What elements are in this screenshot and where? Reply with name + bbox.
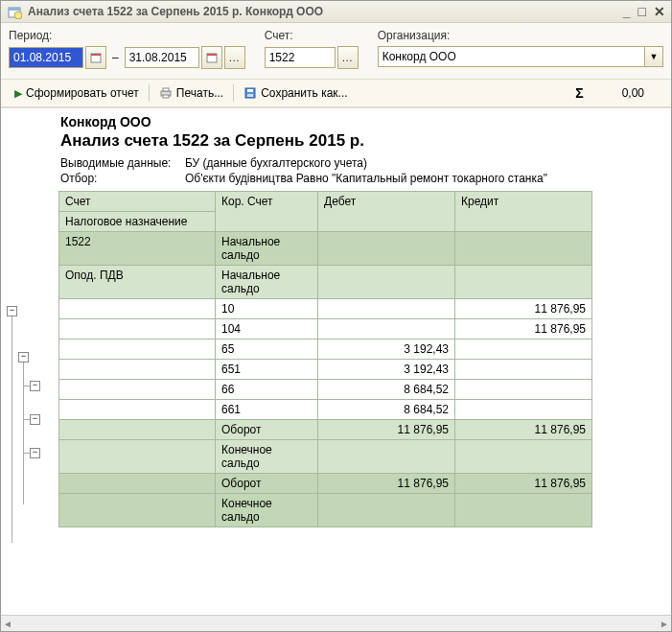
maximize-button[interactable]: □ (638, 4, 646, 19)
cell (318, 266, 455, 299)
col-tax: Налоговое назначение (59, 212, 216, 232)
report-body: Конкорд ООО Анализ счета 1522 за Серпень… (58, 108, 671, 615)
cell-sub-turnover-credit: 11 876,95 (455, 420, 592, 440)
cell (59, 400, 216, 420)
app-icon (7, 4, 22, 19)
sum-value: 0,00 (622, 86, 644, 100)
output-data-value: БУ (данные бухгалтерского учета) (185, 156, 367, 170)
cell (59, 339, 216, 360)
cell-debit: 3 192,43 (318, 360, 455, 380)
report-title: Анализ счета 1522 за Серпень 2015 р. (60, 131, 669, 151)
filter-value: Об'єкти будівництва Равно "Капитальный р… (185, 172, 547, 185)
cell (59, 360, 216, 380)
form-report-button[interactable]: ▶ Сформировать отчет (9, 83, 145, 103)
sum-icon: Σ (575, 85, 583, 101)
outline-toggle[interactable]: − (30, 448, 40, 458)
org-dropdown-icon[interactable]: ▼ (644, 47, 662, 66)
cell-main-acct: 1522 (59, 232, 216, 266)
col-kor: Кор. Счет (216, 192, 318, 232)
cell (455, 266, 592, 299)
cell (318, 440, 455, 474)
svg-rect-6 (207, 54, 217, 56)
svg-point-2 (14, 12, 22, 19)
cell-debit (318, 319, 455, 339)
cell-debit: 8 684,52 (318, 380, 455, 400)
minimize-button[interactable]: _ (623, 4, 631, 19)
outline-toggle[interactable]: − (18, 352, 29, 363)
period-select-button[interactable]: ... (224, 46, 245, 69)
cell-kor: 661 (216, 400, 318, 420)
report-table: Счет Кор. Счет Дебет Кредит Налоговое на… (58, 191, 592, 527)
svg-rect-11 (247, 89, 253, 92)
date-to-input[interactable] (125, 47, 199, 68)
org-label: Организация: (378, 29, 663, 42)
close-button[interactable]: ✕ (654, 4, 665, 19)
cell-sub-endbal-label: Конечное сальдо (216, 440, 318, 474)
report-org: Конкорд ООО (60, 114, 669, 129)
svg-rect-8 (163, 88, 169, 91)
horizontal-scrollbar[interactable]: ◄ ► (1, 615, 671, 631)
cell (455, 494, 592, 527)
cell-main-turnover-label: Оборот (216, 474, 318, 494)
cell (59, 494, 216, 527)
cell (455, 232, 592, 266)
cell-main-endbal-label: Конечное сальдо (216, 494, 318, 527)
cell-main-turnover-debit: 11 876,95 (318, 474, 455, 494)
org-combo[interactable]: ▼ (378, 46, 663, 67)
cell (318, 232, 455, 266)
cell-debit: 3 192,43 (318, 339, 455, 360)
date-from-picker-button[interactable] (85, 46, 106, 69)
col-debit: Дебет (318, 192, 455, 232)
outline-margin: − − − − − (1, 108, 58, 615)
print-button[interactable]: Печать... (153, 83, 229, 103)
cell (318, 494, 455, 527)
play-icon: ▶ (14, 87, 22, 100)
cell (59, 319, 216, 339)
date-range-dash: – (108, 51, 123, 64)
cell-credit (455, 339, 592, 360)
account-input[interactable] (265, 47, 336, 68)
cell-credit: 11 876,95 (455, 299, 592, 319)
cell (59, 299, 216, 319)
svg-rect-12 (247, 94, 253, 97)
svg-rect-9 (163, 95, 169, 98)
cell (59, 474, 216, 494)
cell-credit (455, 380, 592, 400)
titlebar: Анализ счета 1522 за Серпень 2015 р. Кон… (1, 1, 671, 23)
outline-toggle[interactable]: − (30, 381, 40, 391)
save-icon (243, 86, 257, 100)
cell-sub-turnover-debit: 11 876,95 (318, 420, 455, 440)
filter-label: Отбор: (60, 172, 185, 185)
cell-main-turnover-credit: 11 876,95 (455, 474, 592, 494)
scroll-right-icon[interactable]: ► (660, 619, 669, 629)
cell-sub-turnover-label: Оборот (216, 420, 318, 440)
printer-icon (159, 86, 173, 100)
svg-rect-1 (9, 8, 20, 11)
scroll-left-icon[interactable]: ◄ (3, 619, 12, 629)
cell-kor: 65 (216, 339, 318, 360)
cell-credit (455, 360, 592, 380)
cell-credit (455, 400, 592, 420)
cell-start-bal: Начальное сальдо (216, 232, 318, 266)
outline-toggle[interactable]: − (30, 414, 40, 425)
separator (233, 84, 234, 102)
date-to-picker-button[interactable] (201, 46, 222, 69)
cell-debit: 8 684,52 (318, 400, 455, 420)
save-as-button[interactable]: Сохранить как... (238, 83, 353, 103)
cell-debit (318, 299, 455, 319)
outline-toggle[interactable]: − (7, 306, 17, 316)
col-account: Счет (59, 192, 216, 212)
date-from-input[interactable] (9, 47, 83, 68)
org-input[interactable] (379, 47, 644, 66)
account-label: Счет: (265, 29, 359, 42)
cell-kor: 10 (216, 299, 318, 319)
cell-kor: 66 (216, 380, 318, 400)
output-data-label: Выводимые данные: (60, 156, 185, 170)
account-select-button[interactable]: ... (337, 46, 359, 69)
cell (59, 420, 216, 440)
svg-rect-4 (91, 54, 101, 56)
cell (59, 440, 216, 474)
cell (455, 440, 592, 474)
filter-bar: Период: – ... Счет: ... Организация: ▼ (1, 23, 671, 69)
cell-tax-group: Опод. ПДВ (59, 266, 216, 299)
